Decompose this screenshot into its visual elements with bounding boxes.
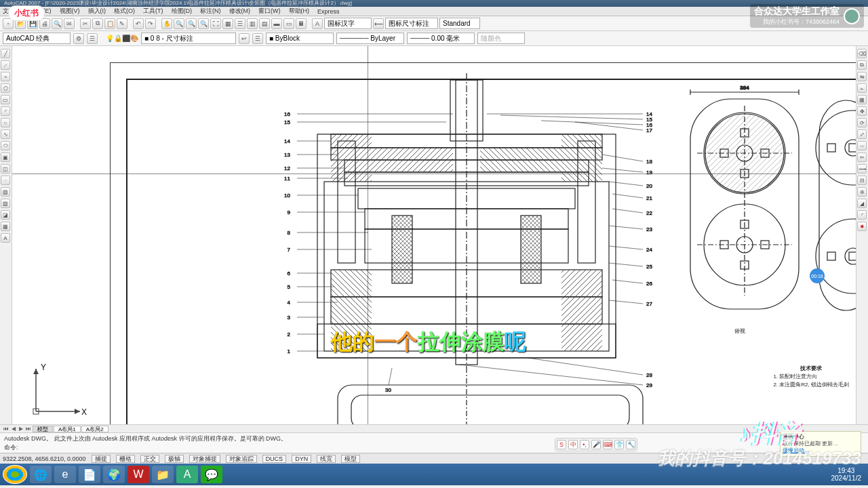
mtext-tool[interactable]: A	[1, 233, 10, 243]
dimstyle-icon[interactable]: ⟵	[373, 18, 384, 29]
taskbar-notepad-icon[interactable]: 📄	[79, 466, 100, 483]
array-tool[interactable]: ▦	[857, 95, 867, 104]
region-tool[interactable]: ◪	[1, 210, 10, 220]
workspace-select[interactable]: AutoCAD 经典	[3, 33, 71, 44]
taskbar-wps-icon[interactable]: W	[127, 466, 149, 483]
menu-express[interactable]: Express	[317, 8, 340, 15]
ime-punct-button[interactable]: •,	[580, 440, 589, 449]
zoom-prev-button[interactable]: 🔍	[186, 18, 197, 29]
undo-button[interactable]: ↶	[133, 18, 144, 29]
table-tool[interactable]: ▦	[1, 222, 10, 231]
layer-manager-button[interactable]: ☰	[87, 33, 98, 44]
tab-prev[interactable]: ◀	[10, 426, 17, 432]
taskbar-wechat-icon[interactable]: 💬	[201, 466, 222, 483]
plotstyle-select[interactable]: 随颜色	[477, 33, 525, 44]
taskbar-autocad-icon[interactable]: A	[176, 466, 198, 483]
move-tool[interactable]: ✥	[857, 106, 867, 116]
layer-states-button[interactable]: ☰	[252, 33, 263, 44]
menu-view[interactable]: 视图(V)	[60, 7, 80, 16]
erase-tool[interactable]: ⌫	[857, 49, 867, 58]
color-select[interactable]: ■ ByBlock	[266, 33, 334, 44]
tab-last[interactable]: ⏭	[25, 426, 32, 432]
ime-toolbar[interactable]: S 中 •, 🎤 ⌨ 👕 🔧	[555, 438, 637, 451]
menu-tools[interactable]: 工具(T)	[143, 7, 163, 16]
polar-toggle[interactable]: 极轴	[165, 455, 184, 463]
stretch-tool[interactable]: ↔	[857, 141, 867, 150]
menu-insert[interactable]: 插入(I)	[88, 7, 106, 16]
menu-dimension[interactable]: 标注(N)	[200, 7, 221, 16]
taskbar-explorer-icon[interactable]: 📁	[152, 466, 174, 483]
cut-button[interactable]: ✂	[80, 18, 91, 29]
pline-tool[interactable]: ⌁	[1, 72, 10, 81]
insert-tool[interactable]: ▣	[1, 152, 10, 162]
markup-button[interactable]: ▭	[283, 18, 294, 29]
extend-tool[interactable]: ⟶	[857, 164, 867, 174]
copy-tool[interactable]: ⧉	[857, 60, 867, 70]
redo-button[interactable]: ↷	[145, 18, 156, 29]
ortho-toggle[interactable]: 正交	[140, 455, 159, 463]
tab-next[interactable]: ▶	[18, 426, 24, 432]
start-button[interactable]	[3, 465, 27, 484]
rotate-tool[interactable]: ⟳	[857, 118, 867, 127]
snap-toggle[interactable]: 捕捉	[92, 455, 111, 463]
tab-model[interactable]: 模型	[33, 426, 53, 432]
lwt-toggle[interactable]: 线宽	[317, 455, 336, 463]
ime-voice-button[interactable]: 🎤	[591, 440, 601, 449]
ime-tool-button[interactable]: 🔧	[626, 440, 635, 449]
tablestyle-select[interactable]: Standard	[439, 18, 480, 29]
textstyle-icon[interactable]: A	[312, 18, 323, 29]
preview-button[interactable]: 🔍	[52, 18, 62, 29]
taskbar-ie-icon[interactable]: e	[54, 466, 76, 483]
calc-button[interactable]: 🖩	[296, 18, 307, 29]
osnap-toggle[interactable]: 对象捕捉	[189, 455, 220, 463]
zoom-button[interactable]: 🔍	[174, 18, 184, 29]
point-tool[interactable]: ·	[1, 176, 10, 185]
chamfer-tool[interactable]: ◢	[857, 199, 867, 208]
trim-tool[interactable]: ✂	[857, 152, 867, 162]
polygon-tool[interactable]: ⬠	[1, 83, 10, 93]
taskbar-app-1[interactable]: 🌐	[30, 466, 52, 483]
menu-format[interactable]: 格式(O)	[114, 7, 135, 16]
gradient-tool[interactable]: ▧	[1, 199, 10, 208]
menu-modify[interactable]: 修改(M)	[229, 7, 251, 16]
publish-button[interactable]: ✉	[64, 18, 75, 29]
workspace-settings-button[interactable]: ⚙	[73, 33, 84, 44]
sheet-button[interactable]: ▬	[271, 18, 282, 29]
tab-layout1[interactable]: A布局1	[54, 426, 81, 432]
zoom-window-button[interactable]: 🔍	[198, 18, 209, 29]
linetype-select[interactable]: ────── ByLayer	[336, 33, 404, 44]
paste-button[interactable]: 📋	[104, 18, 115, 29]
circle-tool[interactable]: ○	[1, 118, 10, 127]
layer-prev-button[interactable]: ↩	[239, 33, 250, 44]
tool-palette-button[interactable]: ▤	[259, 18, 270, 29]
textstyle-select[interactable]: 国标汉字	[324, 18, 372, 29]
properties-button[interactable]: ☰	[235, 18, 245, 29]
ime-skin-button[interactable]: 👕	[614, 440, 624, 449]
fillet-tool[interactable]: ◜	[857, 210, 867, 220]
ime-keyboard-button[interactable]: ⌨	[603, 440, 612, 449]
grid-toggle[interactable]: 栅格	[116, 455, 135, 463]
xline-tool[interactable]: ⟋	[1, 60, 10, 70]
zoom-extent-button[interactable]: ⛶	[210, 18, 221, 29]
spline-tool[interactable]: ∿	[1, 129, 10, 139]
menu-draw[interactable]: 绘图(D)	[172, 7, 193, 16]
model-toggle[interactable]: 模型	[341, 455, 360, 463]
rectangle-tool[interactable]: ▭	[1, 95, 10, 104]
join-tool[interactable]: ⊕	[857, 187, 867, 197]
dimstyle-select[interactable]: 图标尺寸标注	[385, 18, 438, 29]
ducs-toggle[interactable]: DUCS	[262, 455, 287, 463]
block-tool[interactable]: ◫	[1, 164, 10, 174]
explode-tool[interactable]: ✸	[857, 222, 867, 231]
copy-button[interactable]: ⧉	[92, 18, 103, 29]
dyn-toggle[interactable]: DYN	[292, 455, 311, 463]
line-tool[interactable]: ╱	[1, 49, 10, 58]
ime-lang-button[interactable]: 中	[568, 440, 578, 449]
ime-logo-icon[interactable]: S	[557, 440, 566, 449]
offset-tool[interactable]: ⫠	[857, 83, 867, 93]
otrack-toggle[interactable]: 对象追踪	[226, 455, 257, 463]
tab-layout2[interactable]: A布局2	[81, 426, 108, 432]
hatch-tool[interactable]: ▨	[1, 187, 10, 197]
ellipse-tool[interactable]: ⬭	[1, 141, 10, 150]
menu-window[interactable]: 窗口(W)	[258, 7, 281, 16]
tab-first[interactable]: ⏮	[3, 426, 9, 432]
